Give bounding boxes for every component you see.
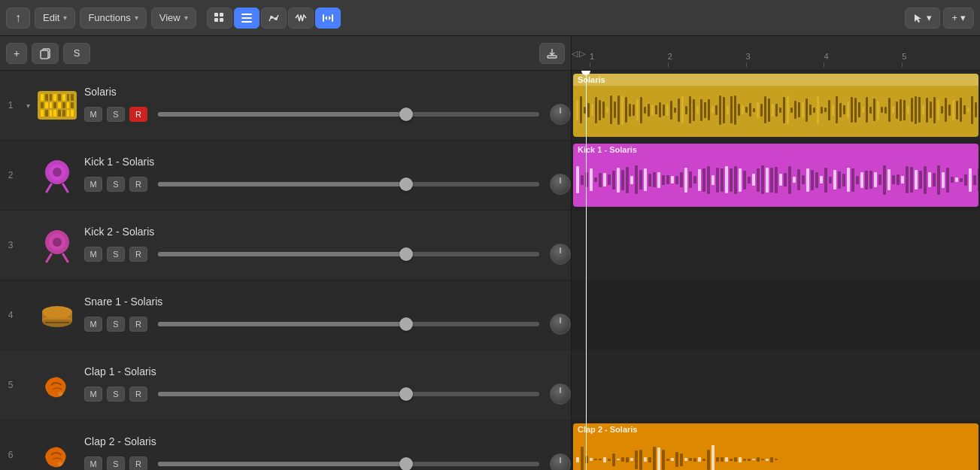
pan-knob[interactable] [550, 314, 571, 335]
track-number: 6 [0, 450, 21, 460]
volume-slider[interactable] [158, 462, 539, 466]
clip-waveform [573, 435, 978, 470]
volume-slider[interactable] [158, 112, 539, 117]
copy-track-button[interactable] [32, 43, 59, 64]
waveform-bar [689, 171, 692, 188]
pan-knob[interactable] [550, 104, 571, 125]
edit-menu-button[interactable]: Edit ▾ [35, 8, 75, 29]
s-button[interactable]: S [63, 43, 90, 64]
waveform-bar [659, 102, 661, 117]
ruler-label: 4 [824, 52, 828, 61]
waveform-bar [836, 96, 838, 123]
ruler-left-arrow[interactable]: ◁ [572, 48, 578, 58]
functions-menu-button[interactable]: Functions ▾ [80, 8, 146, 29]
waveform-bar [910, 167, 913, 193]
waveform-bar [581, 447, 584, 470]
arrangement-lane[interactable]: Clap 2 - Solaris [572, 420, 980, 470]
waveform-bar [802, 175, 805, 184]
waveform-bar [790, 108, 793, 113]
download-button[interactable] [539, 43, 565, 64]
view-menu-button[interactable]: View ▾ [151, 8, 196, 29]
snap-button[interactable] [315, 8, 341, 29]
view-chevron-icon: ▾ [184, 14, 188, 22]
waveform-bar [928, 172, 931, 187]
clip-block[interactable]: Solaris [573, 74, 978, 137]
s-button[interactable]: S [107, 247, 125, 262]
waveform-bar [630, 458, 633, 461]
waveform-bar [629, 104, 631, 117]
arrangement-lane[interactable]: Solaris [572, 71, 980, 141]
add-track-button[interactable]: + ▾ [943, 8, 974, 29]
track-expand-button[interactable]: ▾ [21, 102, 35, 110]
arrangement-lane[interactable]: Kick 1 - Solaris [572, 141, 980, 211]
waveform-bar [639, 170, 642, 190]
waveform-bar [851, 97, 853, 123]
arrangement-area[interactable]: SolarisKick 1 - SolarisClap 2 - Solaris [572, 71, 980, 470]
waveform-bar [617, 459, 620, 460]
waveform-bar [937, 165, 940, 195]
m-button[interactable]: M [84, 107, 102, 122]
track-number: 3 [0, 240, 21, 250]
pan-knob[interactable] [550, 453, 571, 470]
volume-slider[interactable] [158, 392, 539, 396]
arrangement-lane[interactable] [572, 211, 980, 280]
curve-tool-button[interactable] [261, 8, 287, 29]
svg-rect-12 [548, 56, 557, 58]
m-button[interactable]: M [84, 387, 102, 402]
m-button[interactable]: M [84, 247, 102, 262]
cursor-mode-button[interactable]: ▾ [905, 8, 940, 29]
s-button[interactable]: S [107, 317, 125, 332]
grid-view-button[interactable] [207, 8, 232, 29]
s-button[interactable]: S [107, 107, 125, 122]
add-track-header-button[interactable]: + [6, 43, 27, 64]
toolbar: ↑ Edit ▾ Functions ▾ View ▾ [0, 0, 980, 36]
waveform-bar [924, 166, 927, 194]
m-button[interactable]: M [84, 456, 102, 470]
pan-knob[interactable] [550, 174, 571, 195]
arrangement-lane[interactable] [572, 280, 980, 350]
clip-block[interactable]: Clap 2 - Solaris [573, 423, 978, 470]
r-button[interactable]: R [129, 317, 147, 332]
r-button[interactable]: R [129, 456, 147, 470]
waveform-bar [788, 166, 791, 194]
clip-block[interactable]: Kick 1 - Solaris [573, 144, 978, 207]
r-button[interactable]: R [129, 177, 147, 192]
waveform-bar [693, 458, 696, 462]
waveform-bar [865, 171, 868, 190]
waveform-bar [602, 102, 605, 118]
s-button[interactable]: S [107, 387, 125, 402]
waveform-bar [906, 166, 909, 193]
s-button[interactable]: S [107, 177, 125, 192]
pan-knob[interactable] [550, 244, 571, 265]
waveform-bar [793, 177, 796, 183]
volume-slider[interactable] [158, 182, 539, 186]
waveform-bar [711, 445, 715, 470]
r-button[interactable]: R [129, 387, 147, 402]
waveform-bar [922, 105, 924, 115]
r-button[interactable]: R [129, 247, 147, 262]
waveform-bar [815, 172, 818, 188]
waveform-bar [626, 167, 629, 193]
waveform-bar [770, 457, 773, 462]
waveform-bar [707, 450, 710, 470]
ruler-right-arrow[interactable]: ▷ [579, 48, 585, 58]
waveform-bar [698, 457, 701, 462]
waveform-bar [806, 168, 809, 192]
r-button[interactable]: R [129, 107, 147, 122]
m-button[interactable]: M [84, 177, 102, 192]
wave-tool-button[interactable] [288, 8, 314, 29]
s-button[interactable]: S [107, 456, 125, 470]
m-button[interactable]: M [84, 317, 102, 332]
waveform-bar [748, 459, 751, 461]
waveform-bar [644, 168, 647, 191]
waveform-bar [878, 174, 881, 185]
list-view-button[interactable] [234, 8, 259, 29]
arrangement-lane[interactable] [572, 350, 980, 420]
back-button[interactable]: ↑ [6, 8, 30, 29]
track-controls: MSR [84, 174, 571, 195]
volume-slider[interactable] [158, 252, 539, 256]
pan-knob[interactable] [550, 384, 571, 405]
waveform-bar [742, 105, 744, 114]
volume-slider[interactable] [158, 322, 539, 326]
waveform-bar [644, 457, 647, 462]
